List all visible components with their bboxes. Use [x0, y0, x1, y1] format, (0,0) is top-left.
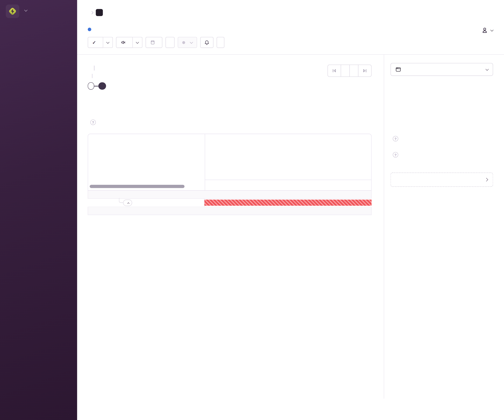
share-button[interactable] — [178, 37, 197, 48]
bell-icon — [204, 40, 210, 45]
first-seen-title: ? — [391, 152, 493, 157]
span-group-toggle[interactable] — [123, 199, 132, 206]
minimap-axis — [205, 180, 371, 190]
sidebar — [0, 0, 77, 420]
org-meta — [23, 10, 27, 12]
horizontal-scrollbar-thumb[interactable] — [90, 185, 185, 188]
unknown-events-pill[interactable] — [88, 82, 94, 90]
ignore-button-group — [116, 37, 143, 48]
span-op-legend — [88, 134, 205, 190]
details-column: | | — [77, 55, 384, 398]
span-minimap — [205, 134, 371, 190]
share-status-dot-icon — [182, 41, 185, 44]
event-pager — [328, 65, 372, 77]
chevron-down-icon — [490, 28, 493, 31]
breadcrumb — [88, 0, 492, 16]
minimap-canvas[interactable] — [205, 134, 371, 180]
event-date-row: | — [88, 73, 106, 78]
issue-stats — [413, 25, 493, 34]
chevron-down-icon — [486, 67, 489, 71]
this-event-pill — [98, 82, 106, 90]
ignore-button[interactable] — [116, 37, 133, 48]
mute-icon — [120, 40, 126, 45]
reviewed-icon — [150, 40, 155, 45]
issue-header: ✓ — [77, 0, 504, 55]
main-area: ✓ — [77, 0, 504, 420]
org-switcher[interactable] — [0, 0, 77, 21]
mark-reviewed-button[interactable] — [146, 37, 162, 48]
stat-assignee — [476, 25, 493, 34]
stat-users — [445, 25, 462, 34]
chevron-right-icon — [485, 178, 488, 181]
span-evidence-section: ? — [88, 120, 372, 125]
event-header: | | — [88, 65, 372, 90]
hidden-spans-mid[interactable] — [88, 207, 372, 215]
span-group-row[interactable] — [88, 199, 372, 207]
last30-bar-chart — [391, 114, 493, 125]
chevron-down-icon — [190, 40, 193, 44]
resolve-button[interactable]: ✓ — [88, 37, 103, 48]
span-evidence-title: ? — [88, 120, 372, 125]
resolve-dropdown-button[interactable] — [103, 37, 113, 48]
span-duration-bar — [204, 200, 372, 206]
divider: | — [93, 65, 95, 71]
more-actions-button[interactable] — [216, 37, 224, 48]
app-root: ✓ — [0, 0, 504, 420]
pill-connector-line — [94, 86, 98, 86]
last-seen-title: ? — [391, 136, 493, 141]
tags-section — [88, 101, 372, 108]
skip-to-newest-button[interactable] — [358, 65, 371, 77]
right-rail: ? ? — [384, 55, 504, 398]
older-event-button[interactable] — [341, 65, 349, 77]
user-icon — [481, 27, 488, 34]
assignee-dropdown[interactable] — [476, 27, 493, 34]
span-operations-card — [88, 134, 372, 191]
chevron-down-icon — [24, 8, 27, 12]
track-issue-button[interactable] — [391, 173, 493, 187]
event-position-pills — [88, 82, 106, 90]
issue-actions: ✓ — [88, 37, 492, 48]
ignore-dropdown-button[interactable] — [133, 37, 142, 48]
resolve-button-group: ✓ — [88, 37, 113, 48]
event-title: | — [88, 65, 106, 71]
oldest-event-button[interactable] — [328, 65, 341, 77]
project-badge-icon — [96, 9, 103, 16]
chevron-down-icon — [106, 40, 109, 44]
issue-level-dot-icon — [88, 28, 91, 31]
chevron-right-icon — [90, 11, 93, 14]
newer-event-button[interactable] — [349, 65, 358, 77]
divider: | — [91, 73, 93, 78]
stat-events — [413, 25, 430, 34]
environment-select[interactable] — [391, 63, 493, 76]
issue-content: | | — [77, 55, 504, 398]
open-in-discover-button[interactable] — [165, 37, 174, 48]
skip-to-newest-icon — [363, 68, 367, 73]
chevron-down-icon — [136, 40, 139, 44]
skip-to-oldest-icon — [332, 68, 336, 73]
hidden-spans-top[interactable] — [88, 191, 372, 199]
tree-connector — [119, 198, 123, 203]
org-logo-icon — [6, 5, 19, 18]
window-icon — [395, 66, 401, 72]
chevron-up-icon — [127, 203, 130, 205]
help-icon[interactable]: ? — [393, 136, 398, 141]
help-icon[interactable]: ? — [90, 120, 96, 125]
last24-bar-chart — [391, 90, 493, 101]
subscribe-bell-button[interactable] — [200, 37, 213, 48]
help-icon[interactable]: ? — [393, 152, 398, 157]
check-icon: ✓ — [92, 40, 96, 45]
